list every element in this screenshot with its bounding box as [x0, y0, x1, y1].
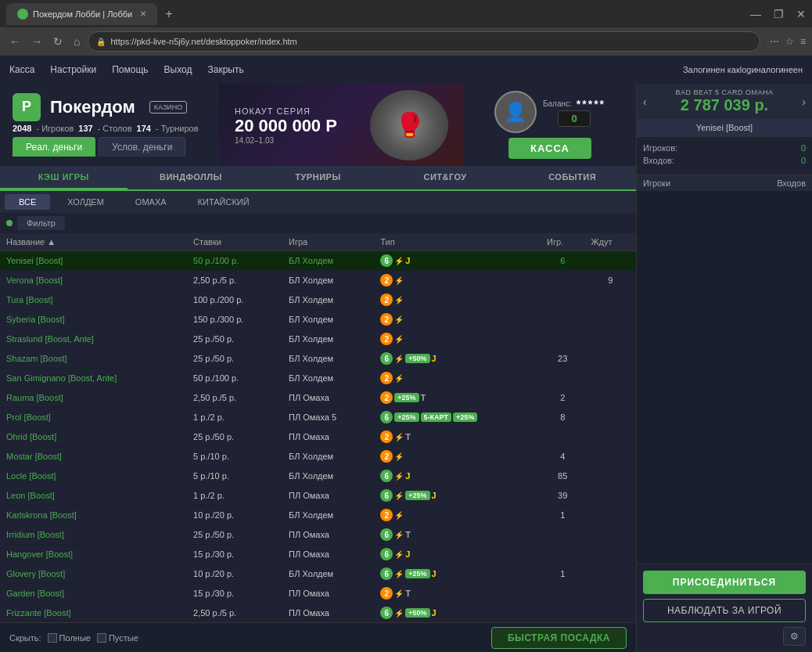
money-tab-real[interactable]: Реал. деньги [13, 137, 95, 157]
menu-icon[interactable]: ≡ [800, 36, 806, 47]
table-row[interactable]: Hangover [Boost]15 р./30 р.ПЛ Омаха6⚡J [0, 545, 636, 564]
col-stakes[interactable]: Ставки [187, 233, 282, 251]
address-bar[interactable]: 🔒 https://pkd-live-n5j6y.net/desktoppoke… [88, 31, 760, 52]
col-wait[interactable]: Ждут [584, 233, 636, 251]
col-game[interactable]: Игра [282, 233, 374, 251]
tab-tournaments[interactable]: ТУРНИРЫ [254, 166, 382, 189]
bookmark-icon[interactable]: ☆ [785, 36, 794, 47]
tab-title: Покердом Лобби | Лобби [33, 9, 132, 19]
room-name[interactable]: Straslund [Boost, Ante] [6, 334, 94, 344]
lightning-icon: ⚡ [394, 315, 404, 324]
close-button[interactable]: ✕ [796, 8, 806, 20]
table-row[interactable]: Rauma [Boost]2,50 р./5 р.ПЛ Омаха2+25%T2 [0, 388, 636, 408]
table-row[interactable]: Ohrid [Boost]25 р./50 р.ПЛ Омаха2⚡T [0, 427, 636, 447]
room-game: БЛ Холдем [282, 290, 374, 310]
table-row[interactable]: San Gimignano [Boost, Ante]50 р./100 р.Б… [0, 369, 636, 388]
money-tab-virtual[interactable]: Услов. деньги [99, 137, 185, 157]
menu-close[interactable]: Закрыть [207, 64, 243, 75]
room-name[interactable]: Frizzante [Boost] [6, 608, 71, 618]
room-name[interactable]: Syberia [Boost] [6, 315, 65, 324]
room-name[interactable]: Ohrid [Boost] [6, 432, 56, 441]
banner-amount: 20 000 000 Р [235, 115, 337, 135]
filter-dot [6, 220, 13, 226]
room-name[interactable]: Shazam [Boost] [6, 354, 67, 363]
tab-close-btn[interactable]: ✕ [140, 9, 146, 18]
room-name[interactable]: San Gimignano [Boost, Ante] [6, 373, 117, 383]
table-row[interactable]: Leon [Boost]1 р./2 р.ПЛ Омаха6⚡+25%J39 [0, 486, 636, 506]
col-players[interactable]: Игр. [541, 233, 584, 251]
tab-windfall[interactable]: ВИНДФОЛЛЫ [128, 166, 255, 189]
room-name[interactable]: Garden [Boost] [6, 589, 64, 598]
subtab-all[interactable]: ВСЕ [5, 194, 50, 210]
minimize-button[interactable]: — [750, 8, 761, 20]
room-name[interactable]: Rauma [Boost] [6, 393, 63, 402]
forward-button[interactable]: → [28, 34, 45, 49]
lightning-icon: ⚡ [394, 355, 404, 363]
table-row[interactable]: Frizzante [Boost]2,50 р./5 р.ПЛ Омаха6⚡+… [0, 603, 636, 623]
table-row[interactable]: Locle [Boost]5 р./10 р.БЛ Холдем6⚡J85 [0, 466, 636, 486]
quick-seat-button[interactable]: БЫСТРАЯ ПОСАДКА [491, 627, 627, 649]
room-name[interactable]: Hangover [Boost] [6, 549, 73, 559]
room-name[interactable]: Locle [Boost] [6, 471, 56, 481]
table-row[interactable]: Karlskrona [Boost]10 р./20 р.БЛ Холдем2⚡… [0, 506, 636, 525]
table-row[interactable]: Garden [Boost]15 р./30 р.ПЛ Омаха2⚡T [0, 584, 636, 603]
empty-checkbox[interactable]: Пустые [97, 633, 138, 643]
refresh-button[interactable]: ↻ [50, 34, 66, 49]
table-row[interactable]: Glovery [Boost]10 р./20 р.БЛ Холдем6⚡+25… [0, 564, 636, 584]
table-scroll[interactable]: Название ▲ Ставки Игра Тип Игр. Ждут Yen… [0, 233, 636, 622]
tab-sitgo[interactable]: СИТ&ГОУ [382, 166, 509, 189]
new-tab-button[interactable]: + [165, 7, 172, 21]
watch-button[interactable]: НАБЛЮДАТЬ ЗА ИГРОЙ [643, 599, 806, 622]
room-name[interactable]: Prol [Boost] [6, 412, 51, 422]
t-badge: T [405, 589, 411, 598]
banner-section: НОКАУТ СЕРИЯ 20 000 000 Р 14.02–1.03 🥊 [219, 84, 464, 166]
table-row[interactable]: Straslund [Boost, Ante]25 р./50 р.БЛ Хол… [0, 330, 636, 349]
join-button[interactable]: ПРИСОЕДИНИТЬСЯ [643, 571, 806, 594]
subtab-chinese[interactable]: КИТАЙСКИЙ [184, 194, 264, 210]
menu-settings[interactable]: Настройки [50, 64, 96, 75]
full-checkbox[interactable]: Полные [48, 633, 91, 643]
banner-image: 🥊 [370, 90, 448, 160]
empty-check[interactable] [97, 633, 106, 643]
table-row[interactable]: Yenisei [Boost]50 р./100 р.БЛ Холдем6⚡J6 [0, 251, 636, 271]
full-check[interactable] [48, 633, 57, 643]
room-name[interactable]: Irridium [Boost] [6, 530, 64, 539]
room-players [541, 603, 584, 623]
kassa-button[interactable]: КАССА [508, 138, 591, 159]
table-row[interactable]: Syberia [Boost]150 р./300 р.БЛ Холдем2⚡ [0, 310, 636, 330]
room-game: БЛ Холдем [282, 349, 374, 369]
maximize-button[interactable]: ❐ [774, 8, 784, 20]
browser-tab[interactable]: Покердом Лобби | Лобби ✕ [6, 3, 157, 25]
col-name[interactable]: Название ▲ [0, 233, 187, 251]
room-wait [584, 584, 636, 603]
tab-events[interactable]: СОБЫТИЯ [508, 166, 636, 189]
home-button[interactable]: ⌂ [70, 34, 83, 49]
room-name[interactable]: Mostar [Boost] [6, 452, 62, 461]
table-row[interactable]: Tura [Boost]100 р./200 р.БЛ Холдем2⚡ [0, 290, 636, 310]
menu-help[interactable]: Помощь [112, 64, 148, 75]
jackpot-next-arrow[interactable]: › [802, 95, 806, 108]
tab-cash-games[interactable]: КЭШ ИГРЫ [0, 166, 128, 189]
table-row[interactable]: Verona [Boost]2,50 р./5 р.БЛ Холдем2⚡9 [0, 271, 636, 290]
table-row[interactable]: Irridium [Boost]25 р./50 р.ПЛ Омаха6⚡T [0, 525, 636, 545]
menu-logout[interactable]: Выход [164, 64, 192, 75]
table-row[interactable]: Prol [Boost]1 р./2 р.ПЛ Омаха 56+25%5-КА… [0, 408, 636, 427]
room-name[interactable]: Leon [Boost] [6, 491, 55, 500]
room-name[interactable]: Verona [Boost] [6, 276, 63, 285]
back-button[interactable]: ← [6, 34, 23, 49]
table-row[interactable]: Mostar [Boost]5 р./10 р.БЛ Холдем2⚡4 [0, 447, 636, 466]
subtab-holdem[interactable]: ХОЛДЕМ [53, 194, 118, 210]
col-type[interactable]: Тип [374, 233, 541, 251]
room-name[interactable]: Yenisei [Boost] [6, 256, 63, 265]
table-row[interactable]: Shazam [Boost]25 р./50 р.БЛ Холдем6⚡+50%… [0, 349, 636, 369]
room-name[interactable]: Glovery [Boost] [6, 569, 65, 578]
banner-date: 14.02–1.03 [235, 135, 337, 144]
room-name[interactable]: Karlskrona [Boost] [6, 510, 77, 520]
extensions-icon[interactable]: ⋯ [770, 36, 779, 47]
subtab-omaha[interactable]: ОМАХА [121, 194, 181, 210]
settings-gear-button[interactable]: ⚙ [783, 627, 806, 646]
j-badge: J [405, 549, 410, 559]
menu-kassa[interactable]: Касса [9, 64, 34, 75]
room-name[interactable]: Tura [Boost] [6, 295, 53, 304]
filter-label[interactable]: Фильтр [17, 216, 65, 230]
